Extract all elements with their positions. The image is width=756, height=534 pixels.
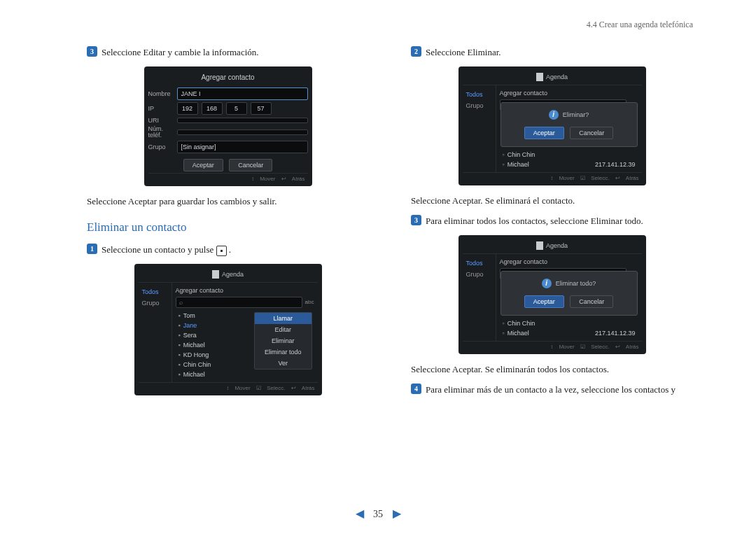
side-grupo[interactable]: Grupo <box>463 100 496 111</box>
step-badge: 3 <box>411 215 421 225</box>
label-uri: URI <box>148 117 174 124</box>
contact-row[interactable]: ▪Michael <box>176 370 314 379</box>
screenshot-add-contact: Agregar contacto Nombre JANE I IP 192 16… <box>144 66 312 186</box>
screenshot-agenda-menu: Agenda Todos Grupo Agregar contacto ⌕ ab… <box>134 264 322 395</box>
page-number: ◀ 35 ▶ <box>0 507 756 520</box>
modal-question: Eliminar todo? <box>556 280 596 287</box>
ip-seg-4[interactable]: 57 <box>251 102 272 115</box>
agenda-title: Agenda <box>546 73 568 80</box>
label-num: Núm. teléf. <box>148 126 174 139</box>
after-text-3: Seleccione Aceptar. Se eliminará el cont… <box>411 194 693 208</box>
menu-editar[interactable]: Editar <box>255 324 312 335</box>
page-header: 4.4 Crear una agenda telefónica <box>87 20 693 30</box>
screenshot-eliminar-todo-modal: Agenda Todos Grupo Agregar contacto ⌕abc… <box>458 235 646 354</box>
label-nombre: Nombre <box>148 90 174 97</box>
menu-llamar[interactable]: Llamar <box>255 313 312 324</box>
step-badge: 3 <box>87 46 97 57</box>
side-todos[interactable]: Todos <box>139 286 172 297</box>
input-nombre[interactable]: JANE I <box>177 87 308 100</box>
device-title: Agregar contacto <box>148 71 308 85</box>
step-badge: 4 <box>411 384 421 394</box>
agenda-title: Agenda <box>222 271 244 278</box>
device-footer: ↕ Mover ☑ Selecc. ↩ Atrás <box>139 382 318 391</box>
step-badge: 2 <box>411 46 421 57</box>
cancelar-button[interactable]: Cancelar <box>570 127 613 139</box>
abc-label: abc <box>305 299 314 305</box>
agenda-title: Agenda <box>546 242 568 249</box>
label-ip: IP <box>148 105 174 112</box>
side-todos[interactable]: Todos <box>463 89 496 100</box>
cancelar-button[interactable]: Cancelar <box>570 295 613 308</box>
doc-icon <box>536 241 543 250</box>
menu-eliminar[interactable]: Eliminar <box>255 335 312 346</box>
step-4: 4 Para eliminar más de un contacto a la … <box>411 383 693 397</box>
device-footer: ↕ Mover ↩ Atrás <box>148 173 308 182</box>
prev-page-icon[interactable]: ◀ <box>356 507 364 519</box>
contact-row[interactable]: ▫Chin Chin <box>500 318 638 328</box>
modal-question: Eliminar? <box>563 111 589 118</box>
input-num[interactable] <box>177 129 308 135</box>
add-contact[interactable]: Agregar contacto <box>500 257 638 268</box>
info-icon: i <box>542 279 552 288</box>
contact-row[interactable]: ▫Michael217.141.12.39 <box>500 160 638 169</box>
confirm-modal: iEliminar todo? Aceptar Cancelar <box>500 271 638 316</box>
confirm-modal: iEliminar? Aceptar Cancelar <box>500 102 638 147</box>
screenshot-eliminar-modal: Agenda Todos Grupo Agregar contacto ⌕abc… <box>458 66 646 185</box>
step-badge: 1 <box>87 244 97 254</box>
side-grupo[interactable]: Grupo <box>463 269 496 280</box>
doc-icon <box>536 73 543 81</box>
add-contact[interactable]: Agregar contacto <box>176 286 314 297</box>
after-text-1: Seleccione Aceptar para guardar los camb… <box>87 195 369 209</box>
label-grupo: Grupo <box>148 143 174 150</box>
doc-icon <box>212 270 219 279</box>
side-grupo[interactable]: Grupo <box>139 297 172 309</box>
section-title: Eliminar un contacto <box>87 220 369 234</box>
after-text-4: Seleccione Aceptar. Se eliminarán todos … <box>411 363 693 377</box>
next-page-icon[interactable]: ▶ <box>393 507 401 519</box>
device-footer: ↕ Mover ☑ Selecc. ↩ Atrás <box>463 341 642 350</box>
ip-seg-1[interactable]: 192 <box>177 102 198 115</box>
contact-row[interactable]: ▫Michael217.141.12.39 <box>500 328 638 338</box>
menu-key-icon <box>216 246 227 256</box>
aceptar-button[interactable]: Aceptar <box>524 127 564 139</box>
aceptar-button[interactable]: Aceptar <box>183 159 223 171</box>
step-1: 1 Seleccione un contacto y pulse . <box>87 243 369 257</box>
context-menu: Llamar Editar Eliminar Eliminar todo Ver <box>254 312 312 370</box>
cancelar-button[interactable]: Cancelar <box>229 159 272 171</box>
step-3b: 3 Para eliminar todos los contactos, sel… <box>411 214 693 228</box>
side-todos[interactable]: Todos <box>463 258 496 269</box>
ip-seg-2[interactable]: 168 <box>202 102 223 115</box>
ip-seg-3[interactable]: 5 <box>226 102 247 115</box>
input-uri[interactable] <box>177 118 308 123</box>
info-icon: i <box>549 110 559 120</box>
step-3: 3 Seleccione Editar y cambie la informac… <box>87 45 369 59</box>
menu-ver[interactable]: Ver <box>255 358 312 369</box>
device-footer: ↕ Mover ☑ Selecc. ↩ Atrás <box>463 172 642 181</box>
add-contact[interactable]: Agregar contacto <box>500 88 638 99</box>
contact-row[interactable]: ▫Chin Chin <box>500 150 638 160</box>
aceptar-button[interactable]: Aceptar <box>524 295 564 308</box>
input-grupo[interactable]: [Sin asignar] <box>177 141 308 153</box>
step-2: 2 Seleccione Eliminar. <box>411 45 693 59</box>
menu-eliminar-todo[interactable]: Eliminar todo <box>255 346 312 358</box>
search-input[interactable]: ⌕ <box>176 297 302 308</box>
